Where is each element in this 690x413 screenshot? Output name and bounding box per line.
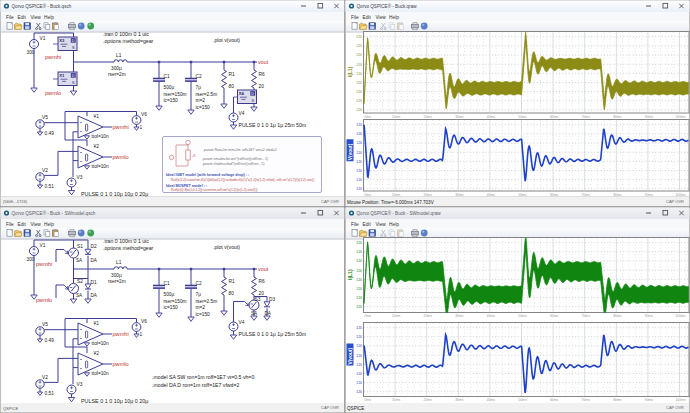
svg-text:File: File bbox=[6, 222, 14, 227]
svg-text:120: 120 bbox=[356, 390, 362, 394]
svg-text:R6: R6 bbox=[259, 72, 265, 77]
svg-text:X3: X3 bbox=[59, 38, 65, 43]
svg-text:I(L1): I(L1) bbox=[347, 269, 353, 280]
svg-text:50ms: 50ms bbox=[518, 398, 527, 402]
svg-text:.options method=gear: .options method=gear bbox=[103, 245, 154, 251]
svg-text:50ms: 50ms bbox=[518, 193, 527, 197]
svg-text:V5: V5 bbox=[42, 115, 48, 120]
svg-text:7μ: 7μ bbox=[196, 85, 202, 90]
svg-text:S: S bbox=[72, 81, 75, 85]
svg-text:50ms: 50ms bbox=[518, 115, 527, 119]
svg-text:rser=150m: rser=150m bbox=[164, 92, 187, 97]
svg-text:120: 120 bbox=[356, 187, 362, 191]
svg-text:70ms: 70ms bbox=[582, 115, 591, 119]
svg-text:0ms: 0ms bbox=[365, 115, 372, 119]
svg-text:.param Rtot=1m mm=1m roff=1E7: .param Rtot=1m mm=1m roff=1E7 vee=2 vfwd… bbox=[203, 148, 277, 152]
svg-text:100ms: 100ms bbox=[675, 193, 685, 197]
svg-text:80ms: 80ms bbox=[613, 115, 622, 119]
svg-text:60ms: 60ms bbox=[550, 193, 559, 197]
svg-text:0ms: 0ms bbox=[365, 398, 372, 402]
svg-text:pwmlo: pwmlo bbox=[113, 361, 129, 367]
svg-text:V3: V3 bbox=[77, 175, 83, 180]
svg-text:C1: C1 bbox=[164, 281, 170, 286]
svg-text:120: 120 bbox=[356, 108, 362, 112]
svg-text:100ms: 100ms bbox=[675, 398, 685, 402]
svg-text:CAP OVR: CAP OVR bbox=[321, 405, 339, 410]
svg-text:120: 120 bbox=[356, 326, 362, 330]
svg-text:120: 120 bbox=[356, 99, 362, 103]
svg-text:60ms: 60ms bbox=[550, 314, 559, 318]
svg-text:V4: V4 bbox=[239, 320, 245, 325]
svg-text:rser=150m: rser=150m bbox=[164, 299, 187, 304]
svg-text:70ms: 70ms bbox=[582, 193, 591, 197]
svg-text:70ms: 70ms bbox=[582, 398, 591, 402]
svg-text:pwmhi: pwmhi bbox=[113, 124, 129, 130]
svg-text:120: 120 bbox=[356, 287, 362, 291]
svg-text:Edit: Edit bbox=[18, 222, 27, 227]
svg-text:File: File bbox=[351, 15, 359, 20]
svg-text:0.51: 0.51 bbox=[45, 184, 55, 189]
svg-text:S: S bbox=[72, 46, 75, 50]
svg-text:120: 120 bbox=[356, 250, 362, 254]
svg-text:R1: R1 bbox=[229, 72, 235, 77]
svg-text:90ms: 90ms bbox=[645, 193, 654, 197]
svg-text:120: 120 bbox=[356, 160, 362, 164]
svg-text:40ms: 40ms bbox=[487, 314, 496, 318]
svg-text:vout: vout bbox=[258, 266, 269, 272]
svg-text:Qorvo QSPICE® - Buck - SWmodel: Qorvo QSPICE® - Buck - SWmodel.qsch bbox=[12, 210, 96, 216]
svg-text:30ms: 30ms bbox=[455, 115, 464, 119]
svg-text:Qorvo QSPICE® - Buck.qsch: Qorvo QSPICE® - Buck.qsch bbox=[12, 3, 72, 9]
svg-text:40ms: 40ms bbox=[487, 115, 496, 119]
svg-text:rser=2m: rser=2m bbox=[108, 279, 126, 284]
svg-text:80: 80 bbox=[229, 84, 235, 89]
svg-text:Edit: Edit bbox=[363, 222, 372, 227]
svg-text:ic=150: ic=150 bbox=[164, 305, 179, 310]
svg-text:V6: V6 bbox=[141, 112, 147, 117]
svg-text:vout: vout bbox=[258, 59, 269, 65]
svg-text:V1: V1 bbox=[40, 243, 46, 248]
svg-text:rser=2.5m: rser=2.5m bbox=[196, 92, 218, 97]
svg-text:7μ: 7μ bbox=[196, 292, 202, 297]
svg-text:Qorvo QSPICE® - Buck.qraw: Qorvo QSPICE® - Buck.qraw bbox=[357, 3, 418, 9]
svg-text:100ms: 100ms bbox=[675, 314, 685, 318]
svg-text:ttol=10n: ttol=10n bbox=[92, 341, 110, 346]
svg-text:30ms: 30ms bbox=[455, 314, 464, 318]
svg-text:¥2: ¥2 bbox=[94, 144, 100, 149]
svg-text:.plot v(vout): .plot v(vout) bbox=[213, 244, 240, 250]
svg-text:V(vout): V(vout) bbox=[348, 143, 353, 160]
svg-text:SA: SA bbox=[251, 311, 258, 316]
svg-text:120: 120 bbox=[356, 72, 362, 76]
svg-text:ttol=10n: ttol=10n bbox=[92, 164, 110, 169]
svg-text:m=2: m=2 bbox=[196, 305, 206, 310]
svg-text:.model SA SW ron=1m roff=1E7 v: .model SA SW ron=1m roff=1E7 vt=0.5 vh=0 bbox=[152, 374, 254, 380]
svg-text:.tran 0 100m 0 1 uic: .tran 0 100m 0 1 uic bbox=[103, 238, 149, 244]
svg-text:300μ: 300μ bbox=[111, 66, 122, 71]
svg-text:C2: C2 bbox=[196, 281, 202, 286]
svg-text:10ms: 10ms bbox=[392, 398, 401, 402]
svg-text:¥1: ¥1 bbox=[94, 114, 100, 119]
svg-text:Ideal MOSFET model : :: Ideal MOSFET model : : bbox=[166, 184, 207, 188]
svg-text:L1: L1 bbox=[116, 260, 122, 265]
svg-text:QSPICE: QSPICE bbox=[3, 406, 18, 411]
svg-text:¥2: ¥2 bbox=[94, 351, 100, 356]
svg-text:ic=150: ic=150 bbox=[164, 98, 179, 103]
svg-text:0.51: 0.51 bbox=[45, 391, 55, 396]
svg-text:R=if(x(1,2)>=vee/vm,if(v(1)&if: R=if(x(1,2)>=vee/vm,if(v(1)&if(av(1,2))>… bbox=[171, 178, 314, 182]
svg-text:Help: Help bbox=[44, 15, 54, 20]
svg-text:ttol=10n: ttol=10n bbox=[92, 134, 110, 139]
svg-text:20: 20 bbox=[259, 291, 265, 296]
svg-text:PULSE 0 1 0 1μ 1μ 25m 50m: PULSE 0 1 0 1μ 1μ 25m 50m bbox=[239, 122, 307, 128]
svg-text:View: View bbox=[376, 15, 387, 20]
svg-text:QSPICE: QSPICE bbox=[347, 406, 364, 411]
svg-text:V3: V3 bbox=[77, 382, 83, 387]
svg-text:pwmhi: pwmhi bbox=[113, 331, 129, 337]
svg-text:90ms: 90ms bbox=[645, 398, 654, 402]
svg-text:90ms: 90ms bbox=[645, 314, 654, 318]
svg-text:.plot v(vout): .plot v(vout) bbox=[213, 37, 240, 43]
svg-text:120: 120 bbox=[356, 305, 362, 309]
svg-text:.param vm=dev.bv.vee*(roff/ron: .param vm=dev.bv.vee*(roff/ron)(roff/ron… bbox=[202, 157, 268, 161]
svg-text:D2: D2 bbox=[91, 244, 97, 249]
svg-text:rser=2.5m: rser=2.5m bbox=[196, 299, 218, 304]
svg-text:120: 120 bbox=[356, 151, 362, 155]
svg-text:¥1: ¥1 bbox=[94, 321, 100, 326]
